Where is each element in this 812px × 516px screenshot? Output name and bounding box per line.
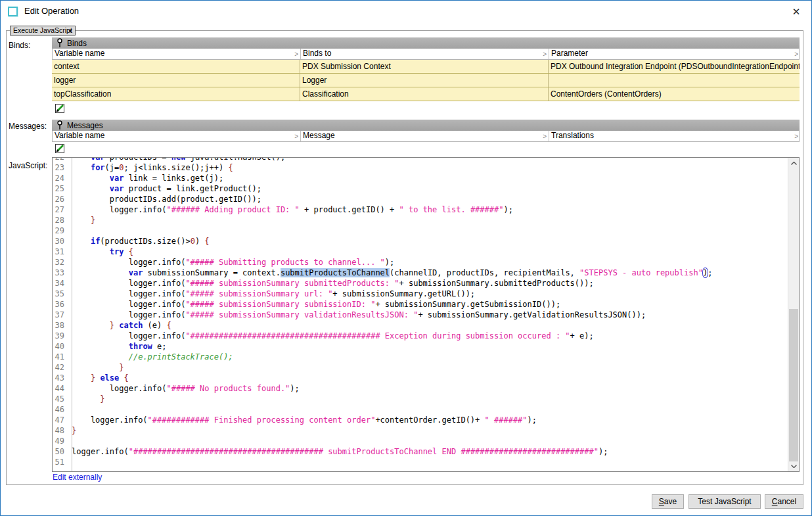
code-text: }	[68, 215, 95, 225]
code-line[interactable]: 41 //e.printStackTrace();	[53, 352, 787, 362]
operation-type-select[interactable]: Execute JavaScript ▼	[10, 26, 76, 35]
code-text: logger.info("###########################…	[68, 331, 594, 341]
code-line[interactable]: 29	[53, 225, 787, 236]
code-text: logger.info("############ Finished proce…	[68, 415, 537, 425]
code-text: var product = link.getProduct();	[68, 183, 261, 194]
table-row[interactable]: contextPDX Submission ContextPDX Outboun…	[52, 60, 800, 74]
column-header[interactable]: Parameter>	[549, 49, 800, 59]
line-number: 38	[53, 320, 68, 331]
title-bar: Edit Operation ✕	[1, 1, 811, 22]
code-text: var link = links.get(j);	[68, 173, 223, 183]
code-line[interactable]: 39 logger.info("########################…	[53, 331, 787, 341]
table-cell[interactable]: topClassification	[52, 87, 300, 101]
table-cell[interactable]	[549, 74, 800, 87]
javascript-editor[interactable]: 22 var productIDs = new java.util.HashSe…	[52, 157, 800, 472]
code-line[interactable]: 22 var productIDs = new java.util.HashSe…	[53, 157, 787, 162]
code-text: try {	[68, 246, 133, 257]
test-javascript-button[interactable]: Test JavaScript	[688, 494, 761, 509]
javascript-label: JavaScript:	[9, 161, 47, 170]
code-line[interactable]: 49	[53, 436, 787, 446]
code-line[interactable]: 50logger.info("#########################…	[53, 446, 787, 457]
code-line[interactable]: 44 logger.info("##### No products found.…	[53, 383, 787, 394]
code-line[interactable]: 43 } else {	[53, 373, 787, 383]
line-number: 22	[53, 157, 68, 162]
line-number: 27	[53, 204, 68, 215]
binds-rows: contextPDX Submission ContextPDX Outboun…	[52, 60, 800, 101]
code-line[interactable]: 51	[53, 457, 787, 467]
code-line[interactable]: 40 throw e;	[53, 341, 787, 352]
code-line[interactable]: 23 for(j=0; j<links.size();j++) {	[53, 162, 787, 173]
scroll-up-icon[interactable]	[788, 158, 799, 168]
line-number: 45	[53, 394, 68, 404]
code-text: } catch (e) {	[68, 320, 171, 331]
code-line[interactable]: 45 }	[53, 394, 787, 404]
binds-label: Binds:	[9, 41, 30, 50]
editor-scrollbar[interactable]	[788, 158, 799, 471]
code-line[interactable]: 34 logger.info("##### submissionSummary …	[53, 278, 787, 289]
table-row[interactable]: loggerLogger	[52, 74, 800, 87]
operation-type-value: Execute JavaScript	[13, 26, 72, 34]
binds-edit-icon[interactable]	[55, 103, 66, 114]
scrollbar-thumb[interactable]	[789, 309, 798, 461]
line-number: 30	[53, 236, 68, 246]
line-number: 24	[53, 173, 68, 183]
code-line[interactable]: 35 logger.info("##### submissionSummary …	[53, 289, 787, 299]
code-line[interactable]: 27 logger.info("###### Adding product ID…	[53, 204, 787, 215]
messages-panel-header: Messages	[52, 120, 800, 131]
code-line[interactable]: 38 } catch (e) {	[53, 320, 787, 331]
code-text: logger.info("##### Submitting products t…	[68, 257, 394, 268]
code-text: productIDs.add(product.getID());	[68, 194, 261, 204]
code-line[interactable]: 30 if(productIDs.size()>0) {	[53, 236, 787, 246]
table-row[interactable]: topClassificationClassificationContentOr…	[52, 87, 800, 101]
cancel-button[interactable]: Cancel	[765, 494, 803, 509]
code-line[interactable]: 37 logger.info("##### submissionSummary …	[53, 310, 787, 320]
line-number: 47	[53, 415, 68, 425]
code-line[interactable]: 42 }	[53, 362, 787, 373]
code-text: }	[68, 425, 76, 436]
code-line[interactable]: 36 logger.info("##### submissionSummary …	[53, 299, 787, 310]
code-line[interactable]: 33 var submissionSummary = context.submi…	[53, 268, 787, 278]
binds-panel-header: Binds	[52, 37, 800, 49]
table-cell[interactable]: ContentOrders (ContentOrders)	[549, 87, 800, 101]
code-area[interactable]: 22 var productIDs = new java.util.HashSe…	[53, 157, 787, 467]
column-header[interactable]: Message>	[301, 131, 549, 141]
code-line[interactable]: 47 logger.info("############ Finished pr…	[53, 415, 787, 425]
edit-externally-link[interactable]: Edit externally	[53, 473, 102, 482]
line-number: 43	[53, 373, 68, 383]
messages-panel-title: Messages	[67, 121, 103, 130]
code-line[interactable]: 26 productIDs.add(product.getID());	[53, 194, 787, 204]
table-cell[interactable]: Logger	[300, 74, 549, 87]
code-line[interactable]: 32 logger.info("##### Submitting product…	[53, 257, 787, 268]
line-number: 42	[53, 362, 68, 373]
column-header[interactable]: Variable name>	[53, 131, 301, 141]
line-number: 46	[53, 404, 68, 415]
code-text: logger.info("###### Adding product ID: "…	[68, 204, 513, 215]
line-number: 26	[53, 194, 68, 204]
code-text: logger.info("###########################…	[68, 446, 608, 457]
code-line[interactable]: 25 var product = link.getProduct();	[53, 183, 787, 194]
code-line[interactable]: 48}	[53, 425, 787, 436]
chevron-down-icon: ▼	[68, 27, 73, 35]
table-cell[interactable]: context	[52, 60, 300, 73]
table-cell[interactable]: Classification	[300, 87, 549, 101]
table-cell[interactable]: logger	[52, 74, 300, 87]
chevron-right-icon: >	[294, 131, 298, 141]
code-line[interactable]: 24 var link = links.get(j);	[53, 173, 787, 183]
code-line[interactable]: 31 try {	[53, 246, 787, 257]
column-header[interactable]: Binds to>	[301, 49, 549, 59]
scroll-down-icon[interactable]	[788, 461, 799, 471]
code-line[interactable]: 46	[53, 404, 787, 415]
save-button[interactable]: Save	[652, 494, 684, 509]
binds-panel-title: Binds	[67, 39, 87, 48]
column-header[interactable]: Variable name>	[53, 49, 301, 59]
close-icon[interactable]: ✕	[789, 5, 803, 19]
code-line[interactable]: 28 }	[53, 215, 787, 225]
table-cell[interactable]: PDX Submission Context	[300, 60, 549, 73]
line-number: 39	[53, 331, 68, 341]
line-number: 31	[53, 246, 68, 257]
column-header[interactable]: Translations>	[549, 131, 800, 141]
messages-edit-icon[interactable]	[55, 143, 66, 154]
messages-label: Messages:	[9, 122, 47, 131]
table-cell[interactable]: PDX Outbound Integration Endpoint (PDSOu…	[549, 60, 800, 73]
code-text: logger.info("##### submissionSummary sub…	[68, 299, 560, 310]
